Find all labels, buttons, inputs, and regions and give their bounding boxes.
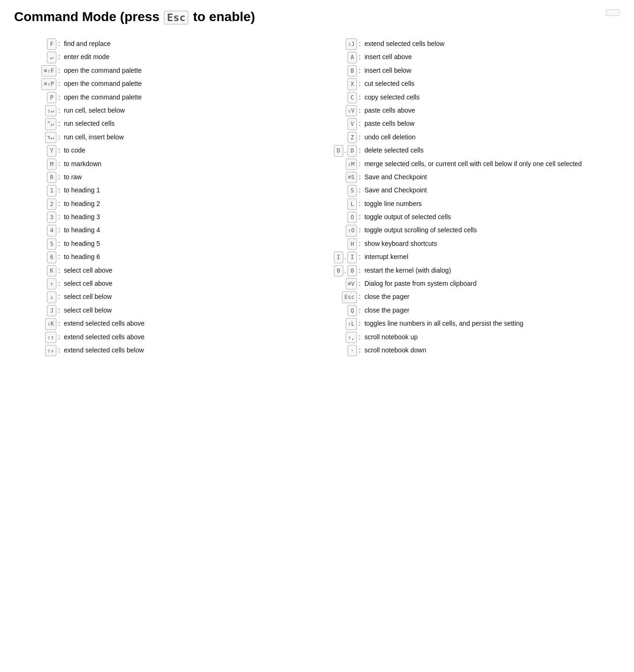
shortcut-key: ⌘⇧P: [41, 78, 56, 90]
colon-separator: :: [359, 252, 361, 263]
shortcut-keys: F: [23, 38, 56, 50]
shortcut-row: ⌘V:Dialog for paste from system clipboar…: [324, 278, 615, 290]
shortcut-key: F: [47, 38, 56, 50]
shortcut-row: ⇧V:paste cells above: [324, 105, 615, 116]
colon-separator: :: [58, 291, 60, 303]
colon-separator: :: [58, 225, 60, 236]
shortcut-keys: Esc: [324, 291, 357, 303]
shortcut-desc: to markdown: [64, 159, 315, 170]
shortcut-desc: merge selected cells, or current cell wi…: [364, 159, 615, 170]
shortcut-key: D: [334, 145, 343, 156]
shortcut-keys: ⇧↵: [23, 105, 56, 116]
shortcut-row: ↓:select cell below: [23, 291, 315, 303]
shortcut-keys: 3: [23, 212, 56, 223]
shortcut-desc: show keyboard shortcuts: [364, 238, 615, 250]
shortcut-desc: toggles line numbers in all cells, and p…: [364, 318, 615, 329]
shortcut-row: A:insert cell above: [324, 52, 615, 63]
shortcut-row: 6:to heading 6: [23, 252, 315, 263]
shortcut-row: ⇧,:scroll notebook up: [324, 332, 615, 343]
colon-separator: :: [58, 305, 60, 316]
shortcut-row: ⌘⇧F:open the command palette: [23, 65, 315, 76]
shortcut-desc: scroll notebook up: [364, 332, 615, 343]
shortcut-desc: open the command palette: [64, 78, 315, 90]
shortcut-row: V:paste cells below: [324, 118, 615, 130]
shortcut-keys: ⇧,: [324, 332, 357, 343]
shortcut-row: ⇧J:extend selected cells below: [324, 38, 615, 50]
shortcut-keys: X: [324, 78, 357, 90]
shortcut-key: Esc: [342, 291, 357, 303]
shortcut-key: A: [348, 52, 357, 63]
shortcut-desc: extend selected cells above: [64, 318, 315, 329]
shortcut-key: ⇧J: [346, 38, 357, 50]
shortcut-desc: select cell below: [64, 291, 315, 303]
edit-shortcuts-button[interactable]: [606, 9, 620, 16]
shortcut-key: P: [47, 92, 56, 103]
shortcut-keys: B: [324, 65, 357, 76]
shortcut-key: ⇧K: [45, 318, 56, 329]
shortcut-key: ⇧V: [346, 105, 357, 116]
shortcut-keys: 0,0: [324, 265, 357, 276]
shortcut-key: D: [348, 145, 357, 156]
shortcut-desc: enter edit mode: [64, 52, 315, 63]
colon-separator: :: [359, 65, 361, 76]
shortcut-key: 6: [47, 252, 56, 263]
shortcut-keys: M: [23, 159, 56, 170]
key-separator: ,: [344, 266, 347, 275]
shortcut-keys: ⌥↵: [23, 132, 56, 143]
shortcut-keys: P: [23, 92, 56, 103]
colon-separator: :: [58, 92, 60, 103]
shortcut-key: ↑: [47, 278, 56, 290]
right-column: ⇧J:extend selected cells belowA:insert c…: [319, 38, 620, 356]
colon-separator: :: [359, 225, 361, 236]
shortcut-keys: ↵: [23, 52, 56, 63]
shortcut-keys: 2: [23, 199, 56, 210]
shortcut-key: ↓: [47, 291, 56, 303]
shortcut-desc: open the command palette: [64, 65, 315, 76]
shortcut-keys: ⌘⇧P: [23, 78, 56, 90]
shortcut-keys: ^↵: [23, 118, 56, 130]
shortcut-desc: Save and Checkpoint: [364, 185, 615, 196]
shortcut-keys: ⇧J: [324, 38, 357, 50]
shortcut-key: R: [47, 172, 56, 183]
shortcut-row: P:open the command palette: [23, 92, 315, 103]
shortcut-key: ↵: [47, 52, 56, 63]
shortcut-desc: undo cell deletion: [364, 132, 615, 143]
shortcut-desc: restart the kernel (with dialog): [364, 265, 615, 276]
shortcut-row: Y:to code: [23, 145, 315, 156]
shortcut-desc: run cell, insert below: [64, 132, 315, 143]
shortcut-row: ⇧↑:extend selected cells above: [23, 332, 315, 343]
shortcut-row: S:Save and Checkpoint: [324, 185, 615, 196]
page-header: Command Mode (press Esc to enable): [14, 9, 620, 24]
shortcut-desc: delete selected cells: [364, 145, 615, 156]
colon-separator: :: [58, 52, 60, 63]
colon-separator: :: [359, 278, 361, 290]
shortcut-key: S: [348, 185, 357, 196]
colon-separator: :: [58, 118, 60, 130]
shortcut-key: X: [348, 78, 357, 90]
shortcut-key: ⇧,: [346, 332, 357, 343]
shortcut-row: Q:close the pager: [324, 305, 615, 316]
shortcut-desc: to heading 4: [64, 225, 315, 236]
shortcut-key: Z: [348, 132, 357, 143]
colon-separator: :: [359, 92, 361, 103]
colon-separator: :: [359, 78, 361, 90]
colon-separator: :: [359, 118, 361, 130]
colon-separator: :: [58, 345, 60, 356]
shortcut-key: 4: [47, 225, 56, 236]
page-title: Command Mode (press Esc to enable): [14, 9, 255, 24]
shortcut-row: K:select cell above: [23, 265, 315, 276]
shortcut-key: ⌥↵: [45, 132, 56, 143]
shortcut-desc: scroll notebook down: [364, 345, 615, 356]
colon-separator: :: [58, 38, 60, 50]
shortcut-row: J:select cell below: [23, 305, 315, 316]
shortcut-desc: run selected cells: [64, 118, 315, 130]
colon-separator: :: [359, 332, 361, 343]
shortcut-row: M:to markdown: [23, 159, 315, 170]
shortcut-row: ⌘S:Save and Checkpoint: [324, 172, 615, 183]
shortcut-key: 5: [47, 238, 56, 250]
colon-separator: :: [359, 212, 361, 223]
shortcut-row: Esc:close the pager: [324, 291, 615, 303]
colon-separator: :: [359, 199, 361, 210]
shortcut-row: ⇧↵:run cell, select below: [23, 105, 315, 116]
shortcut-key: M: [47, 159, 56, 170]
